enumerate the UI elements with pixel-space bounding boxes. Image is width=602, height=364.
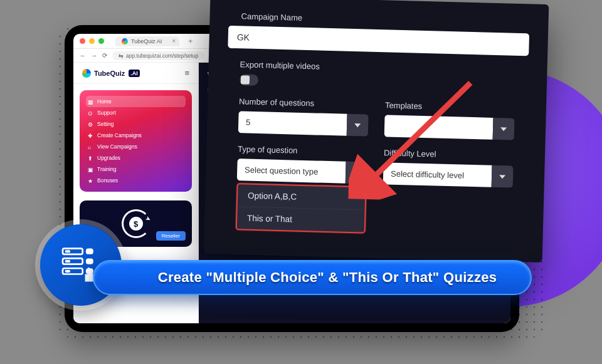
sidebar-item-label: Create Campaigns bbox=[97, 132, 142, 138]
chevron-down-icon bbox=[347, 114, 369, 137]
export-multiple-label: Export multiple videos bbox=[240, 60, 515, 76]
difficulty-value: Select difficulty level bbox=[383, 162, 492, 187]
sidebar-item-setting[interactable]: ⚙Setting bbox=[86, 118, 186, 130]
sidebar-item-training[interactable]: ▣Training bbox=[86, 164, 186, 175]
window-minimize-icon[interactable] bbox=[89, 38, 95, 44]
url-text: app.tubequizai.com/step/setup bbox=[126, 53, 198, 59]
tab-close-icon[interactable]: × bbox=[172, 38, 176, 44]
sidebar-item-label: Support bbox=[97, 110, 116, 116]
svg-rect-10 bbox=[88, 268, 90, 273]
campaign-name-label: Campaign Name bbox=[241, 11, 517, 28]
setup-form-overlay: Campaign Name Export multiple videos Num… bbox=[204, 0, 549, 263]
num-questions-label: Number of questions bbox=[239, 96, 369, 109]
brand-prefix: TubeQuiz bbox=[94, 70, 125, 77]
sidebar-item-label: Home bbox=[97, 98, 112, 105]
templates-value bbox=[384, 115, 494, 140]
browser-tab[interactable]: TubeQuiz AI × bbox=[115, 36, 179, 46]
sidebar-item-label: Training bbox=[97, 166, 116, 172]
hamburger-icon[interactable]: ≡ bbox=[184, 68, 189, 78]
svg-rect-8 bbox=[86, 258, 93, 264]
sidebar-item-create[interactable]: ✚Create Campaigns bbox=[86, 130, 186, 141]
tab-title: TubeQuiz AI bbox=[131, 38, 162, 44]
type-question-select[interactable]: Select question type bbox=[237, 159, 367, 184]
sidebar-item-label: Setting bbox=[97, 121, 114, 127]
favicon-icon bbox=[122, 38, 128, 44]
nav-back-icon[interactable]: ← bbox=[80, 52, 86, 59]
sidebar-item-label: Upgrades bbox=[97, 155, 120, 161]
secure-icon: ⇆ bbox=[119, 53, 124, 59]
nav-forward-icon[interactable]: → bbox=[91, 52, 97, 59]
type-question-label: Type of question bbox=[238, 144, 367, 157]
reload-money-icon: $ bbox=[122, 209, 150, 238]
export-multiple-toggle[interactable] bbox=[240, 74, 258, 86]
caption-text: Create "Multiple Choice" & "This Or That… bbox=[158, 269, 497, 286]
svg-rect-5 bbox=[65, 260, 70, 263]
sidebar-item-home[interactable]: ▦Home bbox=[86, 96, 186, 107]
chevron-down-icon bbox=[346, 162, 367, 184]
nav-reload-icon[interactable]: ⟳ bbox=[102, 52, 107, 59]
sidebar-item-support[interactable]: ⊙Support bbox=[86, 107, 186, 118]
sidebar-item-label: Bonuses bbox=[97, 177, 118, 184]
dropdown-option-abc[interactable]: Option A,B,C bbox=[238, 184, 366, 209]
sidebar-item-view[interactable]: ⌕View Campaigns bbox=[86, 141, 186, 152]
sidebar-item-bonuses[interactable]: ★Bonuses bbox=[86, 175, 186, 186]
difficulty-select[interactable]: Select difficulty level bbox=[383, 162, 514, 187]
logo-mark-icon bbox=[82, 69, 91, 78]
templates-label: Templates bbox=[385, 100, 515, 113]
new-tab-icon[interactable]: + bbox=[188, 37, 193, 46]
address-bar[interactable]: ⇆ app.tubequizai.com/step/setup bbox=[112, 51, 204, 60]
create-icon: ✚ bbox=[88, 133, 93, 138]
training-icon: ▣ bbox=[88, 167, 93, 172]
dollar-icon: $ bbox=[129, 217, 143, 231]
gear-icon: ⚙ bbox=[88, 122, 93, 127]
view-icon: ⌕ bbox=[88, 144, 93, 150]
dropdown-option-this-or-that[interactable]: This or That bbox=[237, 206, 365, 232]
chevron-down-icon bbox=[492, 165, 514, 188]
brand-suffix: .AI bbox=[129, 70, 140, 77]
svg-rect-7 bbox=[86, 249, 93, 254]
type-question-dropdown: Option A,B,C This or That bbox=[236, 183, 367, 233]
upgrade-icon: ⬆ bbox=[88, 155, 93, 161]
chevron-down-icon bbox=[493, 118, 515, 140]
sidebar-item-upgrades[interactable]: ⬆Upgrades bbox=[86, 152, 186, 164]
caption-pill: Create "Multiple Choice" & "This Or That… bbox=[93, 260, 532, 295]
sidebar-nav: ▦Home ⊙Support ⚙Setting ✚Create Campaign… bbox=[80, 90, 192, 192]
templates-select[interactable] bbox=[384, 115, 515, 140]
svg-rect-6 bbox=[65, 270, 70, 273]
home-icon: ▦ bbox=[88, 99, 93, 105]
campaign-name-input[interactable] bbox=[228, 26, 529, 56]
support-icon: ⊙ bbox=[88, 110, 93, 116]
sidebar-item-label: View Campaigns bbox=[97, 143, 137, 150]
num-questions-select[interactable]: 5 bbox=[238, 111, 369, 136]
svg-rect-4 bbox=[65, 250, 70, 252]
type-question-value: Select question type bbox=[237, 159, 346, 184]
bonus-icon: ★ bbox=[88, 178, 93, 184]
reseller-button[interactable]: Reseller bbox=[156, 231, 186, 241]
difficulty-label: Difficulty Level bbox=[384, 148, 514, 160]
num-questions-value: 5 bbox=[238, 111, 347, 136]
window-close-icon[interactable] bbox=[80, 38, 85, 44]
window-zoom-icon[interactable] bbox=[98, 38, 104, 44]
app-logo[interactable]: TubeQuiz.AI ≡ bbox=[73, 63, 198, 84]
